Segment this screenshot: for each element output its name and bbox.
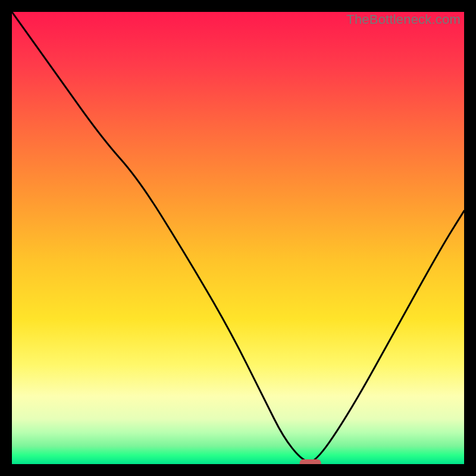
bottleneck-curve [12,12,464,462]
chart-svg [12,12,464,464]
chart-container: TheBottleneck.com [0,0,476,476]
optimal-marker [300,459,321,464]
plot-area: TheBottleneck.com [12,12,464,464]
